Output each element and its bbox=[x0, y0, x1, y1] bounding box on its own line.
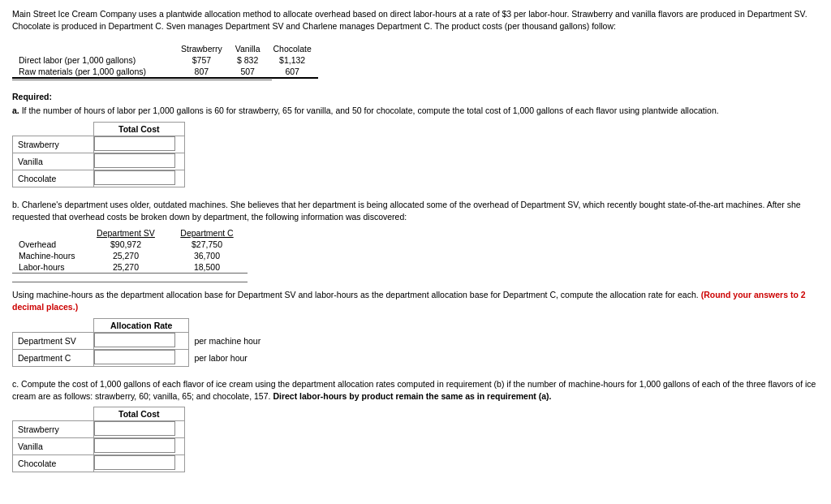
part-a-strawberry-row: Strawberry bbox=[13, 136, 185, 153]
part-a-chocolate-input[interactable] bbox=[94, 170, 175, 185]
part-a-table: Total Cost Strawberry Vanilla Chocolate bbox=[12, 122, 185, 187]
chocolate-raw-materials: 607 bbox=[267, 66, 318, 78]
part-a-chocolate-input-cell bbox=[94, 170, 185, 187]
part-a-vanilla-row: Vanilla bbox=[13, 153, 185, 170]
intro-text: Main Street Ice Cream Company uses a pla… bbox=[12, 8, 819, 32]
vanilla-direct-labor: $ 832 bbox=[229, 54, 267, 66]
dept-sv-allocation-label: Department SV bbox=[13, 332, 94, 349]
part-c-vanilla-row: Vanilla bbox=[13, 438, 185, 455]
part-a-vanilla-input-cell bbox=[94, 153, 185, 170]
dept-sv-overhead: $90,972 bbox=[85, 239, 166, 250]
part-c-vanilla-label: Vanilla bbox=[13, 438, 94, 455]
part-c-section: c. Compute the cost of 1,000 gallons of … bbox=[12, 378, 819, 472]
part-b-section: b. Charlene's department uses older, out… bbox=[12, 199, 819, 367]
labor-hours-label: Labor-hours bbox=[12, 261, 85, 274]
part-c-table: Total Cost Strawberry Vanilla Chocolate bbox=[12, 407, 185, 472]
dept-sv-allocation-input[interactable] bbox=[94, 333, 175, 347]
part-c-chocolate-input-cell bbox=[94, 455, 185, 472]
part-c-chocolate-input[interactable] bbox=[94, 455, 175, 470]
dept-sv-labor-hours: 25,270 bbox=[85, 261, 166, 274]
part-c-chocolate-label: Chocolate bbox=[13, 455, 94, 472]
part-c-strawberry-row: Strawberry bbox=[13, 421, 185, 438]
part-a-vanilla-label: Vanilla bbox=[13, 153, 94, 170]
strawberry-direct-labor: $757 bbox=[174, 54, 229, 66]
dept-sv-machine-hours: 25,270 bbox=[85, 250, 166, 261]
part-c-strawberry-input[interactable] bbox=[94, 421, 175, 436]
required-section: Required: a. If the number of hours of l… bbox=[12, 92, 819, 472]
row-label-direct-labor: Direct labor (per 1,000 gallons) bbox=[12, 54, 174, 66]
table-row: Raw materials (per 1,000 gallons) 807 50… bbox=[12, 66, 318, 78]
part-a-label: a. bbox=[12, 106, 19, 115]
strawberry-raw-materials: 807 bbox=[174, 66, 229, 78]
overhead-row: Overhead $90,972 $27,750 bbox=[12, 239, 248, 250]
part-b-text1: b. Charlene's department uses older, out… bbox=[12, 199, 819, 222]
part-a-vanilla-input[interactable] bbox=[94, 153, 175, 168]
col-strawberry: Strawberry bbox=[174, 43, 229, 54]
part-a-chocolate-label: Chocolate bbox=[13, 170, 94, 187]
part-a-total-cost-header: Total Cost bbox=[94, 123, 185, 136]
part-a-strawberry-input-cell bbox=[94, 136, 185, 153]
part-c-strawberry-label: Strawberry bbox=[13, 421, 94, 438]
product-costs-section: Strawberry Vanilla Chocolate Direct labo… bbox=[12, 43, 819, 80]
part-a-section: a. If the number of hours of labor per 1… bbox=[12, 105, 819, 187]
part-b-instruction-text: Using machine-hours as the department al… bbox=[12, 290, 699, 299]
allocation-rate-table: Allocation Rate Department SV per machin… bbox=[12, 318, 266, 367]
dept-c-allocation-input[interactable] bbox=[94, 350, 175, 364]
dept-sv-allocation-input-cell bbox=[94, 332, 189, 349]
part-c-text: c. Compute the cost of 1,000 gallons of … bbox=[12, 378, 819, 402]
dept-c-header: Department C bbox=[166, 227, 248, 239]
dept-c-labor-hours: 18,500 bbox=[166, 261, 248, 274]
dept-sv-allocation-unit: per machine hour bbox=[189, 332, 266, 349]
part-c-total-cost-header: Total Cost bbox=[94, 407, 185, 421]
col-chocolate: Chocolate bbox=[267, 43, 318, 54]
dept-c-allocation-unit: per labor hour bbox=[189, 349, 266, 366]
labor-hours-row: Labor-hours 25,270 18,500 bbox=[12, 261, 248, 274]
part-c-vanilla-input-cell bbox=[94, 438, 185, 455]
table-row: Direct labor (per 1,000 gallons) $757 $ … bbox=[12, 54, 318, 66]
chocolate-direct-labor: $1,132 bbox=[267, 54, 318, 66]
part-c-bold-text: Direct labor-hours by product remain the… bbox=[273, 391, 551, 401]
part-a-strawberry-label: Strawberry bbox=[13, 136, 94, 153]
vanilla-raw-materials: 507 bbox=[229, 66, 267, 78]
part-a-chocolate-row: Chocolate bbox=[13, 170, 185, 187]
required-label: Required: bbox=[12, 92, 819, 101]
dept-c-allocation-row: Department C per labor hour bbox=[13, 349, 266, 366]
overhead-label: Overhead bbox=[12, 239, 85, 250]
part-c-strawberry-input-cell bbox=[94, 421, 185, 438]
product-costs-table: Strawberry Vanilla Chocolate Direct labo… bbox=[12, 43, 318, 79]
dept-c-allocation-input-cell bbox=[94, 349, 189, 366]
dept-c-allocation-label: Department C bbox=[13, 349, 94, 366]
intro-section: Main Street Ice Cream Company uses a pla… bbox=[12, 8, 819, 32]
part-b-dept-table: Department SV Department C Overhead $90,… bbox=[12, 227, 248, 274]
row-label-raw-materials: Raw materials (per 1,000 gallons) bbox=[12, 66, 174, 78]
part-a-text: a. If the number of hours of labor per 1… bbox=[12, 105, 819, 117]
machine-hours-row: Machine-hours 25,270 36,700 bbox=[12, 250, 248, 261]
machine-hours-label: Machine-hours bbox=[12, 250, 85, 261]
dept-c-overhead: $27,750 bbox=[166, 239, 248, 250]
part-b-instruction: Using machine-hours as the department al… bbox=[12, 289, 819, 312]
part-a-description: If the number of hours of labor per 1,00… bbox=[22, 106, 719, 115]
dept-sv-allocation-row: Department SV per machine hour bbox=[13, 332, 266, 349]
dept-c-machine-hours: 36,700 bbox=[166, 250, 248, 261]
part-c-chocolate-row: Chocolate bbox=[13, 455, 185, 472]
part-c-vanilla-input[interactable] bbox=[94, 438, 175, 453]
col-vanilla: Vanilla bbox=[229, 43, 267, 54]
part-a-strawberry-input[interactable] bbox=[94, 136, 175, 151]
dept-sv-header: Department SV bbox=[85, 227, 166, 239]
allocation-rate-header: Allocation Rate bbox=[94, 318, 189, 332]
